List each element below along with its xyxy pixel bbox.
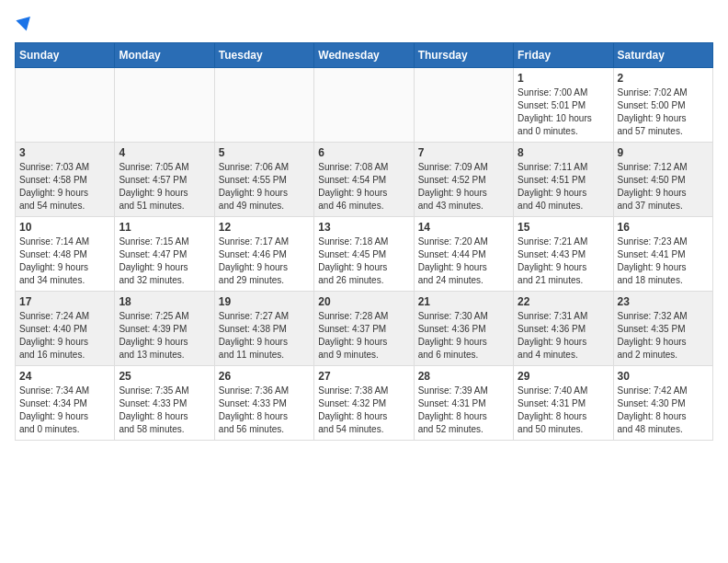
day-info: Sunrise: 7:27 AM Sunset: 4:38 PM Dayligh…: [219, 310, 310, 362]
calendar-day-cell: 29Sunrise: 7:40 AM Sunset: 4:31 PM Dayli…: [514, 366, 613, 441]
day-info: Sunrise: 7:18 AM Sunset: 4:45 PM Dayligh…: [318, 236, 409, 287]
calendar-day-cell: 24Sunrise: 7:34 AM Sunset: 4:34 PM Dayli…: [16, 366, 115, 441]
day-info: Sunrise: 7:20 AM Sunset: 4:44 PM Dayligh…: [418, 236, 509, 287]
calendar-day-cell: [414, 68, 513, 143]
calendar-day-cell: 2Sunrise: 7:02 AM Sunset: 5:00 PM Daylig…: [613, 68, 712, 143]
day-info: Sunrise: 7:34 AM Sunset: 4:34 PM Dayligh…: [19, 385, 110, 436]
header: [15, 15, 713, 31]
weekday-header-friday: Friday: [514, 43, 613, 68]
day-info: Sunrise: 7:40 AM Sunset: 4:31 PM Dayligh…: [518, 385, 609, 436]
calendar-day-cell: 10Sunrise: 7:14 AM Sunset: 4:48 PM Dayli…: [16, 217, 115, 292]
calendar-day-cell: 12Sunrise: 7:17 AM Sunset: 4:46 PM Dayli…: [214, 217, 313, 292]
day-info: Sunrise: 7:06 AM Sunset: 4:55 PM Dayligh…: [219, 161, 310, 213]
day-info: Sunrise: 7:36 AM Sunset: 4:33 PM Dayligh…: [219, 385, 310, 436]
calendar-day-cell: 20Sunrise: 7:28 AM Sunset: 4:37 PM Dayli…: [314, 292, 414, 366]
calendar-day-cell: 23Sunrise: 7:32 AM Sunset: 4:35 PM Dayli…: [613, 292, 712, 366]
day-number: 24: [19, 370, 110, 383]
calendar-day-cell: 16Sunrise: 7:23 AM Sunset: 4:41 PM Dayli…: [613, 217, 712, 292]
day-number: 28: [418, 370, 509, 383]
day-number: 6: [318, 146, 409, 159]
weekday-header-thursday: Thursday: [414, 43, 513, 68]
day-number: 7: [418, 146, 509, 159]
calendar-week-row: 3Sunrise: 7:03 AM Sunset: 4:58 PM Daylig…: [16, 143, 713, 217]
day-info: Sunrise: 7:32 AM Sunset: 4:35 PM Dayligh…: [618, 310, 709, 362]
calendar-day-cell: 15Sunrise: 7:21 AM Sunset: 4:43 PM Dayli…: [514, 217, 613, 292]
calendar-week-row: 1Sunrise: 7:00 AM Sunset: 5:01 PM Daylig…: [16, 68, 713, 143]
day-info: Sunrise: 7:17 AM Sunset: 4:46 PM Dayligh…: [219, 236, 310, 287]
day-info: Sunrise: 7:02 AM Sunset: 5:00 PM Dayligh…: [618, 86, 709, 138]
day-number: 22: [518, 295, 609, 308]
calendar-day-cell: 7Sunrise: 7:09 AM Sunset: 4:52 PM Daylig…: [414, 143, 513, 217]
day-info: Sunrise: 7:35 AM Sunset: 4:33 PM Dayligh…: [119, 385, 210, 436]
day-number: 16: [618, 221, 709, 234]
day-number: 29: [518, 370, 609, 383]
logo: [15, 15, 33, 31]
calendar-day-cell: 6Sunrise: 7:08 AM Sunset: 4:54 PM Daylig…: [314, 143, 414, 217]
day-number: 14: [418, 221, 509, 234]
calendar-day-cell: 30Sunrise: 7:42 AM Sunset: 4:30 PM Dayli…: [613, 366, 712, 441]
calendar-day-cell: 9Sunrise: 7:12 AM Sunset: 4:50 PM Daylig…: [613, 143, 712, 217]
calendar: SundayMondayTuesdayWednesdayThursdayFrid…: [15, 42, 713, 441]
logo-triangle-icon: [16, 11, 35, 30]
calendar-day-cell: 13Sunrise: 7:18 AM Sunset: 4:45 PM Dayli…: [314, 217, 414, 292]
day-number: 9: [618, 146, 709, 159]
calendar-day-cell: 28Sunrise: 7:39 AM Sunset: 4:31 PM Dayli…: [414, 366, 513, 441]
day-number: 8: [518, 146, 609, 159]
calendar-day-cell: [115, 68, 214, 143]
calendar-day-cell: 1Sunrise: 7:00 AM Sunset: 5:01 PM Daylig…: [514, 68, 613, 143]
day-number: 25: [119, 370, 210, 383]
day-info: Sunrise: 7:23 AM Sunset: 4:41 PM Dayligh…: [618, 236, 709, 287]
weekday-header-tuesday: Tuesday: [214, 43, 313, 68]
calendar-day-cell: 8Sunrise: 7:11 AM Sunset: 4:51 PM Daylig…: [514, 143, 613, 217]
day-number: 13: [318, 221, 409, 234]
day-info: Sunrise: 7:21 AM Sunset: 4:43 PM Dayligh…: [518, 236, 609, 287]
calendar-week-row: 10Sunrise: 7:14 AM Sunset: 4:48 PM Dayli…: [16, 217, 713, 292]
calendar-week-row: 17Sunrise: 7:24 AM Sunset: 4:40 PM Dayli…: [16, 292, 713, 366]
day-info: Sunrise: 7:00 AM Sunset: 5:01 PM Dayligh…: [518, 86, 609, 138]
calendar-day-cell: 17Sunrise: 7:24 AM Sunset: 4:40 PM Dayli…: [16, 292, 115, 366]
day-info: Sunrise: 7:15 AM Sunset: 4:47 PM Dayligh…: [119, 236, 210, 287]
weekday-header-wednesday: Wednesday: [314, 43, 414, 68]
calendar-day-cell: 18Sunrise: 7:25 AM Sunset: 4:39 PM Dayli…: [115, 292, 214, 366]
day-info: Sunrise: 7:42 AM Sunset: 4:30 PM Dayligh…: [618, 385, 709, 436]
day-number: 2: [618, 72, 709, 85]
day-info: Sunrise: 7:03 AM Sunset: 4:58 PM Dayligh…: [19, 161, 110, 213]
day-number: 19: [219, 295, 310, 308]
day-info: Sunrise: 7:30 AM Sunset: 4:36 PM Dayligh…: [418, 310, 509, 362]
weekday-header-monday: Monday: [115, 43, 214, 68]
day-number: 23: [618, 295, 709, 308]
day-info: Sunrise: 7:39 AM Sunset: 4:31 PM Dayligh…: [418, 385, 509, 436]
day-info: Sunrise: 7:28 AM Sunset: 4:37 PM Dayligh…: [318, 310, 409, 362]
day-number: 1: [518, 72, 609, 85]
day-number: 10: [19, 221, 110, 234]
day-number: 5: [219, 146, 310, 159]
day-number: 20: [318, 295, 409, 308]
day-info: Sunrise: 7:08 AM Sunset: 4:54 PM Dayligh…: [318, 161, 409, 213]
day-info: Sunrise: 7:25 AM Sunset: 4:39 PM Dayligh…: [119, 310, 210, 362]
day-number: 30: [618, 370, 709, 383]
calendar-day-cell: 3Sunrise: 7:03 AM Sunset: 4:58 PM Daylig…: [16, 143, 115, 217]
day-info: Sunrise: 7:24 AM Sunset: 4:40 PM Dayligh…: [19, 310, 110, 362]
calendar-day-cell: [214, 68, 313, 143]
calendar-week-row: 24Sunrise: 7:34 AM Sunset: 4:34 PM Dayli…: [16, 366, 713, 441]
day-info: Sunrise: 7:05 AM Sunset: 4:57 PM Dayligh…: [119, 161, 210, 213]
day-info: Sunrise: 7:14 AM Sunset: 4:48 PM Dayligh…: [19, 236, 110, 287]
calendar-day-cell: 5Sunrise: 7:06 AM Sunset: 4:55 PM Daylig…: [214, 143, 313, 217]
calendar-day-cell: 27Sunrise: 7:38 AM Sunset: 4:32 PM Dayli…: [314, 366, 414, 441]
day-number: 4: [119, 146, 210, 159]
weekday-header-saturday: Saturday: [613, 43, 712, 68]
weekday-header-row: SundayMondayTuesdayWednesdayThursdayFrid…: [16, 43, 713, 68]
calendar-day-cell: 22Sunrise: 7:31 AM Sunset: 4:36 PM Dayli…: [514, 292, 613, 366]
day-info: Sunrise: 7:38 AM Sunset: 4:32 PM Dayligh…: [318, 385, 409, 436]
day-number: 15: [518, 221, 609, 234]
day-number: 11: [119, 221, 210, 234]
calendar-day-cell: 11Sunrise: 7:15 AM Sunset: 4:47 PM Dayli…: [115, 217, 214, 292]
calendar-day-cell: 14Sunrise: 7:20 AM Sunset: 4:44 PM Dayli…: [414, 217, 513, 292]
calendar-day-cell: 21Sunrise: 7:30 AM Sunset: 4:36 PM Dayli…: [414, 292, 513, 366]
calendar-day-cell: [314, 68, 414, 143]
day-number: 3: [19, 146, 110, 159]
day-number: 26: [219, 370, 310, 383]
day-info: Sunrise: 7:31 AM Sunset: 4:36 PM Dayligh…: [518, 310, 609, 362]
day-info: Sunrise: 7:09 AM Sunset: 4:52 PM Dayligh…: [418, 161, 509, 213]
day-number: 17: [19, 295, 110, 308]
